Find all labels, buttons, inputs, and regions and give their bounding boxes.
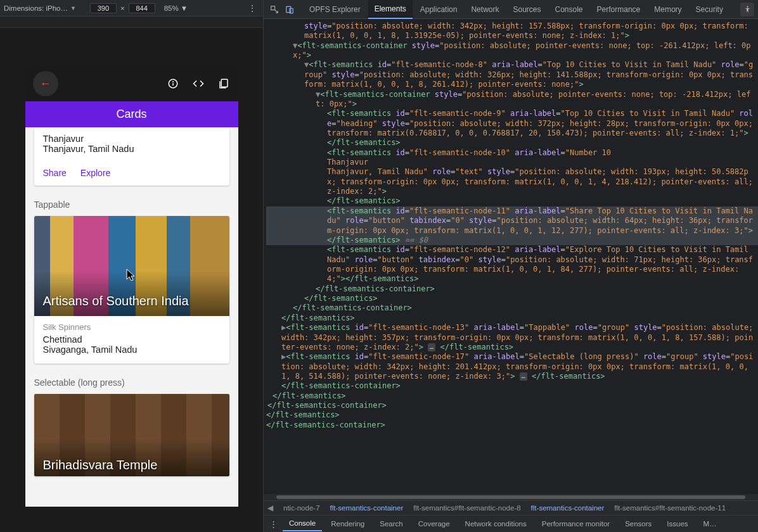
- card-image: Brihadisvara Temple: [34, 394, 229, 476]
- inspect-icon[interactable]: [267, 5, 281, 14]
- card-subtitle: Thanjavur, Tamil Nadu: [43, 144, 221, 154]
- cards-header: Cards: [25, 101, 238, 127]
- breadcrumb-scroll-left[interactable]: ◀: [267, 504, 273, 512]
- more-options-icon[interactable]: ⋮: [245, 3, 259, 13]
- breadcrumb-item[interactable]: flt-semantics-container: [330, 504, 404, 512]
- card-thanjavur[interactable]: Thanjavur Thanjavur, Tamil Nadu Share Ex…: [34, 127, 229, 186]
- tab-opfs[interactable]: OPFS Explorer: [303, 1, 367, 18]
- breadcrumb-item[interactable]: flt-semantics-container: [531, 504, 605, 512]
- tab-memory[interactable]: Memory: [648, 1, 688, 18]
- share-button[interactable]: Share: [43, 168, 67, 178]
- explore-button[interactable]: Explore: [80, 168, 110, 178]
- tab-console[interactable]: Console: [549, 1, 589, 18]
- svg-rect-5: [286, 6, 291, 12]
- drawer-tabs: ⋮ Console Rendering Search Coverage Netw…: [264, 516, 758, 532]
- ruler: [0, 16, 263, 28]
- section-selectable-label: Selectable (long press): [34, 377, 229, 388]
- drawer-tab-perfmon[interactable]: Performance monitor: [536, 517, 616, 531]
- info-icon[interactable]: [166, 77, 180, 91]
- breadcrumb-item[interactable]: flt-semantics#flt-semantic-node-8: [413, 504, 520, 512]
- device-preview-panel: Dimensions: iPho… ▼ 390 × 844 85% ▼ ⋮ ←: [0, 0, 264, 532]
- phone-appbar: ←: [25, 66, 238, 101]
- preview-stage: ← Cards Than: [0, 28, 263, 532]
- card-sub: Silk Spinners: [43, 322, 221, 332]
- card-overlay-title: Artisans of Southern India: [43, 294, 189, 308]
- svg-rect-3: [221, 79, 228, 87]
- drawer-tab-netcond[interactable]: Network conditions: [459, 517, 533, 531]
- drawer-tab-rendering[interactable]: Rendering: [324, 517, 371, 531]
- svg-rect-4: [271, 6, 275, 10]
- phone-frame: ← Cards Than: [25, 66, 238, 507]
- tab-performance[interactable]: Performance: [591, 1, 647, 18]
- arrow-left-icon: ←: [40, 77, 51, 91]
- toggle-device-icon[interactable]: [283, 5, 297, 14]
- docs-icon[interactable]: [217, 77, 231, 91]
- tab-sources[interactable]: Sources: [506, 1, 547, 18]
- card-image: Artisans of Southern India: [34, 216, 229, 316]
- card-overlay-title: Brihadisvara Temple: [43, 458, 158, 472]
- section-tappable-label: Tappable: [34, 200, 229, 210]
- tab-elements[interactable]: Elements: [368, 0, 413, 19]
- phone-viewport[interactable]: Cards Thanjavur Thanjavur, Tamil Nadu Sh…: [25, 101, 238, 507]
- card-artisans[interactable]: Artisans of Southern India Silk Spinners…: [34, 216, 229, 364]
- tab-network[interactable]: Network: [465, 1, 505, 18]
- dimension-x: ×: [120, 4, 125, 12]
- breadcrumb: ◀ ntic-node-7 flt-semantics-container fl…: [264, 500, 758, 516]
- height-input[interactable]: 844: [129, 3, 155, 13]
- horizontal-scrollbar[interactable]: [264, 494, 758, 500]
- drawer-tab-console[interactable]: Console: [283, 516, 322, 531]
- card-subtitle: Sivaganga, Tamil Nadu: [43, 345, 221, 355]
- tab-security[interactable]: Security: [690, 1, 729, 18]
- tab-application[interactable]: Application: [414, 1, 464, 18]
- svg-point-2: [172, 82, 173, 82]
- device-toolbar: Dimensions: iPho… ▼ 390 × 844 85% ▼ ⋮: [0, 0, 263, 16]
- card-title: Chettinad: [43, 334, 221, 345]
- dom-tree[interactable]: style="position: absolute; width: 342px;…: [264, 19, 758, 494]
- drawer-tab-search[interactable]: Search: [373, 517, 409, 531]
- drawer-tab-issues[interactable]: Issues: [660, 517, 694, 531]
- breadcrumb-item[interactable]: flt-semantics#flt-semantic-node-11: [614, 504, 726, 512]
- chevron-down-icon: ▼: [70, 5, 76, 11]
- drawer-tab-sensors[interactable]: Sensors: [619, 517, 658, 531]
- card-title: Thanjavur: [43, 134, 221, 144]
- accessibility-icon[interactable]: [740, 3, 754, 16]
- devtools-panel: OPFS Explorer Elements Application Netwo…: [264, 0, 758, 532]
- device-label: Dimensions: iPho…: [4, 4, 68, 12]
- drawer-tab-coverage[interactable]: Coverage: [412, 517, 456, 531]
- zoom-value: 85%: [164, 4, 179, 12]
- breadcrumb-item[interactable]: ntic-node-7: [283, 504, 320, 512]
- svg-point-7: [747, 6, 748, 8]
- card-temple[interactable]: Brihadisvara Temple: [34, 394, 229, 476]
- selected-node[interactable]: <flt-semantics id="flt-semantic-node-11"…: [266, 206, 758, 245]
- chevron-down-icon: ▼: [181, 4, 188, 12]
- back-button[interactable]: ←: [33, 71, 58, 96]
- width-input[interactable]: 390: [90, 3, 117, 13]
- devtools-tabs: OPFS Explorer Elements Application Netwo…: [264, 0, 758, 19]
- code-icon[interactable]: [191, 77, 205, 91]
- zoom-select[interactable]: 85% ▼: [164, 4, 188, 12]
- device-select[interactable]: Dimensions: iPho… ▼: [4, 4, 76, 12]
- drawer-tab-more[interactable]: M…: [697, 517, 723, 531]
- more-icon[interactable]: ⋮: [266, 519, 280, 529]
